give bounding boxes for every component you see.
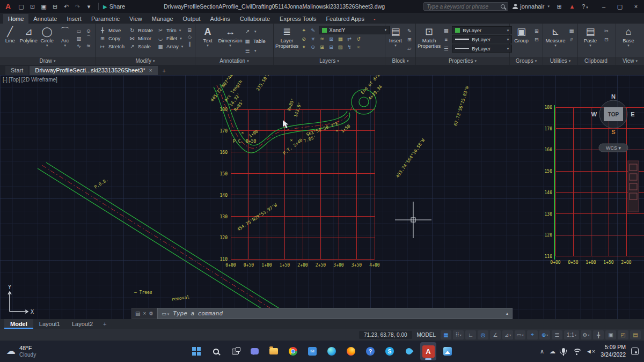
model-space-label[interactable]: MODEL xyxy=(414,332,440,338)
skype-icon[interactable]: S xyxy=(382,342,398,360)
panel-label-groups[interactable]: Groups xyxy=(510,57,543,65)
move-tool[interactable]: ╋Move xyxy=(97,26,126,34)
scale-tool[interactable]: ↗Scale xyxy=(127,42,154,50)
tool-icon[interactable]: ⊞ xyxy=(532,27,541,34)
layer-properties-button[interactable]: ≣ Layer Properties xyxy=(275,25,298,49)
panel-label-clipboard[interactable]: Clipboard xyxy=(578,57,616,65)
qat-dropdown-icon[interactable]: ▾ xyxy=(84,2,94,11)
polyline-tool[interactable]: ⊿ Polyline xyxy=(20,25,38,43)
trim-tool[interactable]: ✂Trim xyxy=(155,26,184,34)
close-button[interactable]: × xyxy=(628,0,644,13)
clock[interactable]: 5:09 PM 3/24/2022 xyxy=(601,344,626,358)
start-icon[interactable] xyxy=(188,342,204,360)
search-input[interactable] xyxy=(427,4,499,10)
share-button[interactable]: ▶ Share xyxy=(103,3,125,10)
arc-tool[interactable]: ⌒ Arc xyxy=(56,25,74,48)
account-menu[interactable]: jonnahair xyxy=(510,3,552,10)
viewcube-north[interactable]: N xyxy=(611,93,616,100)
menu-tab-collaborate[interactable]: Collaborate xyxy=(235,14,275,24)
drawing-area[interactable]: 1801701601501401301201100+000+501+001+50… xyxy=(0,75,644,319)
menu-tab-add-ins[interactable]: Add-ins xyxy=(206,14,235,24)
tool-icon[interactable]: ▨ xyxy=(336,43,345,50)
status-hardware-acceleration[interactable]: ▤ xyxy=(630,330,641,339)
array-tool[interactable]: ▦Array xyxy=(155,42,184,50)
tool-icon[interactable]: ▤ xyxy=(135,311,140,316)
get-help-icon[interactable]: ? xyxy=(362,342,378,360)
object-color-dropdown[interactable]: ByLayer xyxy=(452,26,512,34)
rotate-tool[interactable]: ↻Rotate xyxy=(127,26,154,34)
mail-icon[interactable]: ✉ xyxy=(304,342,320,360)
panel-label-properties[interactable]: Properties xyxy=(416,57,509,65)
volume-icon[interactable]: ◄× xyxy=(586,348,595,354)
tool-icon[interactable]: ✎ xyxy=(309,27,317,34)
panel-label-annotation[interactable]: Annotation xyxy=(195,57,273,65)
status-snap[interactable]: ⠿▾ xyxy=(453,330,464,339)
linetype-control-icon[interactable]: ☰ xyxy=(442,45,450,52)
close-tab-icon[interactable]: × xyxy=(149,68,152,73)
weather-app-icon[interactable] xyxy=(401,342,417,360)
insert-block-tool[interactable]: ▤ Insert xyxy=(387,25,404,48)
viewcube-south[interactable]: S xyxy=(611,129,615,135)
tool-icon[interactable]: ▱ xyxy=(405,45,414,51)
file-explorer-icon[interactable] xyxy=(266,342,282,360)
tool-icon[interactable]: ✂ xyxy=(602,27,611,34)
autodesk-app-icon[interactable]: ▲ xyxy=(567,3,577,10)
tool-icon[interactable]: ▦ xyxy=(336,35,345,42)
group-tool[interactable]: ▣ Group xyxy=(511,25,531,43)
command-line-tools[interactable]: ▤×⚙ xyxy=(131,308,157,319)
start-tab[interactable]: Start xyxy=(5,66,28,75)
search-box[interactable] xyxy=(423,2,508,11)
base-view-tool[interactable]: ⌂ Base xyxy=(618,25,639,48)
measure-tool[interactable]: ⊾ Measure xyxy=(545,25,566,48)
panel-label-draw[interactable]: Draw xyxy=(0,57,95,65)
photos-icon[interactable] xyxy=(440,342,456,360)
status-isolate-objects[interactable]: ◰ xyxy=(618,330,628,339)
tool-icon[interactable]: ✎ xyxy=(405,27,414,34)
layer-dropdown[interactable]: XandY xyxy=(319,26,390,34)
edge-icon[interactable] xyxy=(324,342,340,360)
tool-icon[interactable]: ⊙ xyxy=(84,27,93,34)
tool-icon[interactable]: ⊟ xyxy=(327,43,335,50)
panel-label-layers[interactable]: Layers xyxy=(274,57,385,65)
status-infer-constraints[interactable]: ∟ xyxy=(465,330,476,339)
navigation-bar[interactable] xyxy=(628,161,639,212)
mtext-style-tool[interactable]: ☰ xyxy=(242,47,267,55)
ribbon-options-icon[interactable]: ▪ xyxy=(369,15,379,24)
fillet-tool[interactable]: ◡Fillet xyxy=(155,34,184,42)
tool-icon[interactable]: ≈ xyxy=(354,43,363,50)
autocad-icon[interactable]: A xyxy=(420,342,436,360)
maximize-button[interactable]: ▢ xyxy=(612,0,628,13)
tool-icon[interactable]: ∥ xyxy=(185,40,194,47)
chat-icon[interactable] xyxy=(246,342,262,360)
menu-tab-output[interactable]: Output xyxy=(178,14,206,24)
stretch-tool[interactable]: ↦Stretch xyxy=(97,42,126,50)
tool-icon[interactable]: # xyxy=(567,36,576,43)
panel-label-modify[interactable]: Modify xyxy=(96,57,195,65)
redo-icon[interactable]: ↷ xyxy=(72,2,83,11)
copy-tool[interactable]: ⊞Copy xyxy=(97,34,126,42)
tool-icon[interactable]: ⇄ xyxy=(345,35,354,42)
leader-tool[interactable]: ↗ xyxy=(242,27,267,35)
task-view-icon[interactable] xyxy=(227,342,243,360)
status-lineweight[interactable]: ☰ xyxy=(552,330,562,339)
tool-icon[interactable]: ⊙ xyxy=(309,43,317,50)
tool-icon[interactable]: ◇ xyxy=(185,33,194,40)
color-control-icon[interactable]: ▦ xyxy=(442,27,450,34)
tool-icon[interactable]: ⊞ xyxy=(405,36,414,43)
line-tool[interactable]: ╱ Line xyxy=(2,25,19,43)
cart-icon[interactable]: ⊞ xyxy=(554,3,565,10)
menu-tab-parametric[interactable]: Parametric xyxy=(86,14,125,24)
panel-label-view[interactable]: View xyxy=(616,57,644,65)
status-clean-screen[interactable]: ▣ xyxy=(605,330,616,339)
active-drawing-tab[interactable]: DrivwayProfileSecti...ski23313526Sheet3*… xyxy=(30,66,157,75)
command-options-icon[interactable]: ▭ xyxy=(162,311,169,316)
linetype-dropdown[interactable]: ByLayer xyxy=(452,45,512,53)
tool-icon[interactable]: ⌒ xyxy=(84,35,93,42)
menu-tab-featured-apps[interactable]: Featured Apps xyxy=(321,14,369,24)
tray-chevron-icon[interactable]: ∧ xyxy=(540,348,544,355)
search-icon[interactable] xyxy=(501,4,505,9)
open-icon[interactable]: ⊡ xyxy=(27,2,38,11)
viewport-visual-style-control[interactable]: [2D Wireframe] xyxy=(21,77,57,83)
mirror-tool[interactable]: ⋈Mirror xyxy=(127,34,154,42)
tool-icon[interactable]: ▨ xyxy=(75,35,83,42)
